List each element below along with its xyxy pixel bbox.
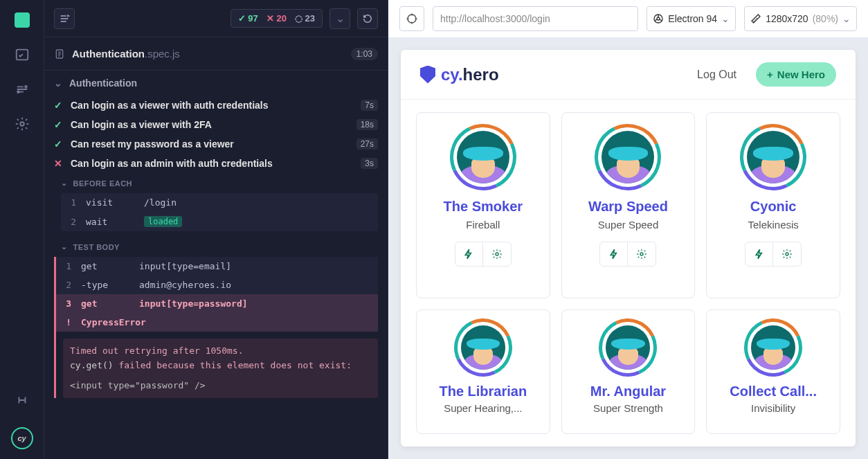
check-icon: ✓ bbox=[54, 119, 64, 130]
command-row[interactable]: 2waitloaded bbox=[61, 212, 378, 231]
test-row[interactable]: ✓Can reset my password as a viewer27s bbox=[44, 134, 388, 154]
settings-icon[interactable] bbox=[15, 116, 30, 132]
power-button[interactable] bbox=[455, 242, 483, 266]
avatar bbox=[599, 318, 657, 377]
section-before-each[interactable]: ⌄BEFORE EACH bbox=[44, 173, 388, 193]
status-badge: loaded bbox=[144, 216, 182, 227]
avatar bbox=[454, 318, 512, 377]
before-commands: 1visit/login 2waitloaded bbox=[61, 193, 378, 231]
test-list: ⌄ Authentication ✓Can login as a viewer … bbox=[44, 71, 388, 459]
file-icon bbox=[54, 48, 65, 60]
stat-passed: ✓ 97 bbox=[238, 13, 258, 24]
hero-card[interactable]: The Librarian Super Hearing,... bbox=[416, 309, 550, 435]
bolt-icon bbox=[463, 249, 474, 260]
viewport-selector[interactable]: 1280x720 (80%) ⌄ bbox=[744, 6, 857, 31]
stat-pending: ◌ 23 bbox=[295, 13, 315, 24]
bolt-icon bbox=[754, 249, 765, 260]
nav-iconbar: cy bbox=[0, 0, 44, 459]
logout-link[interactable]: Log Out bbox=[697, 69, 736, 81]
bolt-icon bbox=[608, 249, 620, 260]
hero-card[interactable]: Warp Speed Super Speed bbox=[561, 112, 696, 298]
toggle-sidebar-button[interactable] bbox=[54, 8, 75, 29]
svg-point-1 bbox=[25, 86, 27, 88]
chevron-down-icon: ⌄ bbox=[61, 242, 68, 251]
hero-grid: The Smoker Fireball Warp Speed Super Spe… bbox=[401, 100, 856, 447]
suite-row[interactable]: ⌄ Authentication bbox=[44, 71, 388, 96]
aut-panel: Electron 94 ⌄ 1280x720 (80%) ⌄ cy.hero L… bbox=[388, 0, 868, 459]
error-message: Timed out retrying after 1050ms. cy.get(… bbox=[63, 339, 378, 398]
plus-icon: + bbox=[767, 69, 773, 80]
hero-card[interactable]: Cyonic Telekinesis bbox=[706, 112, 840, 298]
svg-point-7 bbox=[657, 17, 660, 20]
cypress-logo: cy bbox=[11, 427, 33, 449]
check-icon: ✓ bbox=[54, 100, 64, 111]
chevron-down-icon: ⌄ bbox=[61, 179, 68, 188]
options-button[interactable]: ⌄ bbox=[329, 8, 350, 29]
hero-card[interactable]: Mr. Angular Super Strength bbox=[561, 309, 696, 435]
restart-button[interactable] bbox=[357, 8, 378, 29]
edit-button[interactable] bbox=[628, 242, 655, 266]
svg-point-5 bbox=[408, 15, 416, 23]
browser-icon bbox=[653, 13, 664, 24]
chevron-down-icon: ⌄ bbox=[721, 13, 730, 24]
stat-failed: ✕ 20 bbox=[266, 13, 287, 24]
aut-preview: cy.hero Log Out +New Hero The Smoker Fir… bbox=[388, 37, 868, 459]
hero-actions bbox=[455, 242, 512, 267]
fail-block: 1getinput[type=email] 2-typeadmin@cyhero… bbox=[54, 257, 388, 398]
app-header: cy.hero Log Out +New Hero bbox=[401, 50, 856, 100]
svg-point-10 bbox=[786, 253, 788, 255]
test-row[interactable]: ✓Can login as a viewer with 2FA18s bbox=[44, 115, 388, 134]
selector-playground-button[interactable] bbox=[399, 6, 424, 31]
power-button[interactable] bbox=[600, 242, 628, 266]
hero-actions bbox=[599, 242, 656, 267]
test-row[interactable]: ✓Can login as a viewer with auth credent… bbox=[44, 96, 388, 115]
avatar bbox=[450, 124, 516, 190]
check-icon: ✓ bbox=[54, 138, 64, 150]
crosshair-icon bbox=[406, 12, 418, 25]
url-input[interactable] bbox=[433, 6, 638, 31]
command-row[interactable]: 1getinput[type=email] bbox=[56, 257, 378, 276]
avatar bbox=[595, 124, 661, 190]
spec-duration: 1:03 bbox=[351, 48, 378, 60]
test-row[interactable]: ✕Can login as an admin with auth credent… bbox=[44, 154, 388, 173]
avatar bbox=[744, 318, 802, 377]
svg-point-9 bbox=[640, 253, 643, 255]
gear-icon bbox=[636, 249, 647, 260]
edit-button[interactable] bbox=[773, 242, 801, 266]
edit-button[interactable] bbox=[483, 242, 511, 266]
keyboard-icon[interactable] bbox=[15, 393, 30, 408]
app-under-test: cy.hero Log Out +New Hero The Smoker Fir… bbox=[401, 50, 856, 447]
hero-card[interactable]: The Smoker Fireball bbox=[416, 112, 550, 298]
avatar bbox=[740, 124, 806, 190]
shield-icon bbox=[420, 66, 435, 84]
chevron-down-icon: ⌄ bbox=[54, 78, 62, 89]
hero-card[interactable]: Collect Call... Invisibility bbox=[706, 309, 840, 435]
command-row[interactable]: 2-typeadmin@cyheroes.io bbox=[56, 276, 378, 294]
spec-filename: Authentication.spec.js bbox=[72, 48, 180, 60]
specs-icon[interactable] bbox=[15, 47, 30, 62]
power-button[interactable] bbox=[745, 242, 773, 266]
browser-selector[interactable]: Electron 94 ⌄ bbox=[647, 6, 736, 31]
command-row-error[interactable]: !CypressError bbox=[56, 313, 378, 332]
test-stats: ✓ 97 ✕ 20 ◌ 23 bbox=[230, 9, 323, 28]
ruler-icon bbox=[750, 13, 761, 24]
hero-actions bbox=[745, 242, 802, 267]
suite-title: Authentication bbox=[69, 78, 137, 89]
svg-point-3 bbox=[20, 122, 24, 126]
url-bar: Electron 94 ⌄ 1280x720 (80%) ⌄ bbox=[388, 0, 868, 37]
spec-header[interactable]: Authentication.spec.js 1:03 bbox=[44, 37, 388, 71]
reporter-panel: ✓ 97 ✕ 20 ◌ 23 ⌄ Authentication.spec.js … bbox=[44, 0, 388, 459]
command-row-error[interactable]: 3getinput[type=password] bbox=[56, 294, 378, 313]
section-test-body[interactable]: ⌄TEST BODY bbox=[44, 237, 388, 257]
reporter-topbar: ✓ 97 ✕ 20 ◌ 23 ⌄ bbox=[44, 0, 388, 37]
new-hero-button[interactable]: +New Hero bbox=[756, 62, 836, 87]
x-icon: ✕ bbox=[54, 158, 64, 169]
gear-icon bbox=[491, 249, 503, 260]
command-row[interactable]: 1visit/login bbox=[61, 193, 378, 212]
gear-icon bbox=[781, 249, 793, 260]
chevron-down-icon: ⌄ bbox=[842, 13, 851, 24]
svg-point-8 bbox=[496, 253, 498, 255]
app-icon[interactable] bbox=[15, 12, 30, 28]
runs-icon[interactable] bbox=[15, 82, 30, 97]
app-brand: cy.hero bbox=[420, 65, 499, 84]
